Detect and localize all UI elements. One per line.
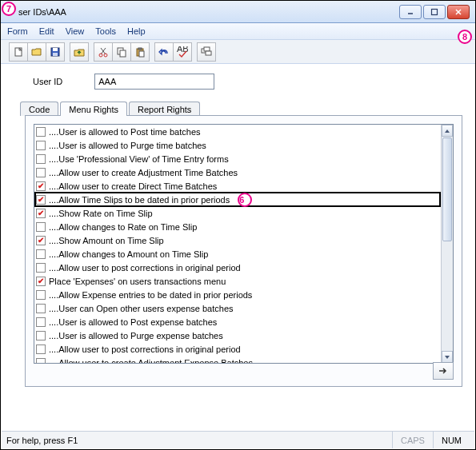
rights-list[interactable]: ....User is allowed to Post time batches…	[34, 124, 454, 364]
list-item[interactable]: ....Allow user to post corrections in or…	[34, 261, 441, 274]
paste-button[interactable]	[130, 42, 150, 62]
svg-rect-1	[432, 9, 438, 14]
checkbox[interactable]	[36, 222, 46, 232]
list-item-label: ....Allow Time Slips to be dated in prio…	[49, 195, 230, 205]
list-item-label: ....Show Amount on Time Slip	[49, 236, 164, 245]
list-item[interactable]: ....Allow user to create Adjustment Expe…	[34, 356, 441, 363]
next-button[interactable]	[433, 362, 454, 380]
list-item[interactable]: ....Allow changes to Rate on Time Slip	[34, 220, 441, 233]
scrollbar[interactable]	[441, 125, 453, 363]
svg-text:ABC: ABC	[177, 46, 188, 54]
list-item[interactable]: ....User is allowed to Post time batches	[34, 125, 441, 138]
user-id-row: User ID	[25, 74, 462, 90]
list-item[interactable]: ....Use 'Professional View' of Time Entr…	[34, 152, 441, 165]
checkbox[interactable]	[36, 304, 46, 313]
list-item-label: ....User is allowed to Post expense batc…	[49, 317, 217, 327]
maximize-button[interactable]	[423, 5, 446, 19]
checkbox[interactable]	[36, 127, 46, 137]
checkbox[interactable]	[36, 344, 46, 354]
svg-rect-15	[138, 48, 142, 50]
list-item[interactable]: ....User can Open other users expense ba…	[34, 301, 441, 315]
tab-code[interactable]: Code	[20, 102, 58, 116]
new-button[interactable]	[9, 42, 28, 62]
menu-edit[interactable]: Edit	[39, 26, 54, 36]
checkbox[interactable]	[36, 358, 46, 364]
list-item[interactable]: ....Allow changes to Amount on Time Slip	[34, 247, 441, 261]
checkbox[interactable]	[36, 141, 46, 150]
list-item-label: ....User is allowed to Purge time batche…	[49, 141, 206, 150]
checkbox[interactable]	[36, 168, 46, 177]
list-item[interactable]: ....Show Amount on Time Slip	[34, 233, 441, 247]
menu-form[interactable]: Form	[7, 26, 28, 36]
tab-report-rights[interactable]: Report Rights	[129, 102, 200, 116]
list-item[interactable]: ....Allow user to create Direct Time Bat…	[34, 179, 441, 193]
list-item[interactable]: ....User is allowed to Purge time batche…	[34, 138, 441, 152]
list-item[interactable]: ....Show Rate on Time Slip	[34, 206, 441, 220]
checkbox[interactable]	[36, 277, 46, 286]
list-item-label: ....User can Open other users expense ba…	[49, 304, 234, 313]
checkbox[interactable]	[36, 181, 46, 191]
copy-button[interactable]	[112, 42, 131, 62]
checkbox[interactable]	[36, 263, 46, 273]
checkbox[interactable]	[36, 331, 46, 340]
tab-content: ....User is allowed to Post time batches…	[25, 115, 462, 387]
list-item-label: ....User is allowed to Purge expense bat…	[49, 331, 223, 340]
scroll-up-button[interactable]	[442, 125, 453, 137]
list-item[interactable]: ....Allow Expense entries to be dated in…	[34, 288, 441, 301]
menu-view[interactable]: View	[66, 26, 85, 36]
menu-bar: Form Edit View Tools Help	[1, 23, 475, 40]
user-id-field[interactable]	[94, 74, 214, 90]
folder-up-button[interactable]	[70, 42, 89, 62]
list-item-label: ....Allow Expense entries to be dated in…	[49, 290, 252, 300]
tabs: Code Menu Rights Report Rights	[20, 101, 462, 115]
title-bar: ser IDs\AAA	[1, 1, 475, 23]
list-item-label: ....Allow user to create Direct Time Bat…	[49, 181, 217, 191]
checkbox[interactable]	[36, 154, 46, 164]
list-item-label: ....Use 'Professional View' of Time Entr…	[49, 154, 229, 164]
tab-menu-rights[interactable]: Menu Rights	[60, 102, 127, 116]
list-item-label: ....Allow changes to Rate on Time Slip	[49, 222, 197, 232]
undo-button[interactable]	[154, 42, 174, 62]
user-id-label: User ID	[25, 77, 62, 86]
callout-8: 8	[458, 30, 472, 44]
minimize-button[interactable]	[399, 5, 422, 19]
list-item-label: ....Allow user to post corrections in or…	[49, 263, 241, 273]
list-item[interactable]: ....Allow Time Slips to be dated in prio…	[34, 192, 441, 207]
list-item[interactable]: ....User is allowed to Post expense batc…	[34, 315, 441, 329]
scroll-down-button[interactable]	[442, 351, 453, 363]
scroll-thumb[interactable]	[442, 137, 452, 241]
status-num: NUM	[433, 432, 470, 448]
list-item-label: ....Allow user to create Adjustment Expe…	[49, 358, 253, 364]
checkbox[interactable]	[36, 317, 46, 327]
checkbox[interactable]	[36, 209, 46, 218]
svg-rect-16	[139, 51, 144, 57]
status-hint: For help, press F1	[6, 436, 392, 445]
status-caps: CAPS	[392, 432, 433, 448]
spellcheck-button[interactable]: ABC	[173, 42, 192, 62]
window-buttons	[399, 5, 472, 19]
window-title: ser IDs\AAA	[4, 7, 399, 17]
list-item[interactable]: Place 'Expenses' on users transactions m…	[34, 274, 441, 288]
open-button[interactable]	[27, 42, 46, 62]
cut-button[interactable]	[94, 42, 113, 62]
form-body: User ID Code Menu Rights Report Rights .…	[1, 64, 475, 387]
list-item-label: ....Show Rate on Time Slip	[49, 209, 153, 218]
save-button[interactable]	[46, 42, 65, 62]
list-item[interactable]: ....Allow user to post corrections in or…	[34, 342, 441, 356]
checkbox[interactable]	[36, 249, 46, 259]
list-item[interactable]: ....User is allowed to Purge expense bat…	[34, 329, 441, 342]
svg-rect-20	[206, 51, 211, 55]
checkbox[interactable]	[36, 195, 46, 205]
close-button[interactable]	[447, 5, 470, 19]
checkbox[interactable]	[36, 236, 46, 245]
menu-tools[interactable]: Tools	[95, 26, 116, 36]
status-bar: For help, press F1 CAPS NUM	[2, 431, 474, 448]
cascade-button[interactable]	[197, 42, 216, 62]
menu-help[interactable]: Help	[127, 26, 146, 36]
list-item-label: ....Allow user to create Adjustment Time…	[49, 168, 238, 177]
list-item[interactable]: ....Allow user to create Adjustment Time…	[34, 165, 441, 179]
checkbox[interactable]	[36, 290, 46, 300]
svg-rect-6	[53, 48, 58, 51]
list-item-label: ....Allow user to post corrections in or…	[49, 344, 241, 354]
list-item-label: Place 'Expenses' on users transactions m…	[49, 277, 226, 286]
